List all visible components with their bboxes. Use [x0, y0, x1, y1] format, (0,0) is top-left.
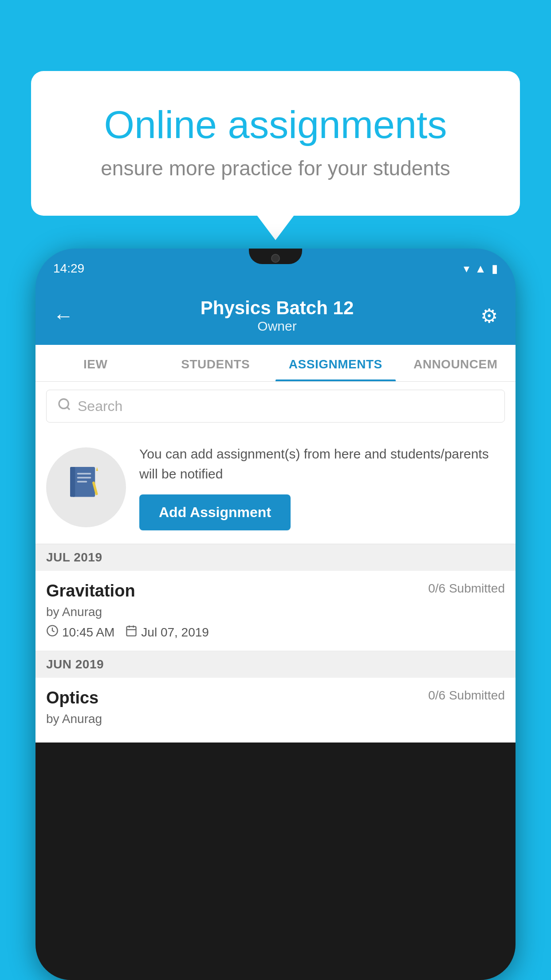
signal-icon: ▲ [475, 262, 486, 276]
svg-rect-6 [77, 481, 87, 482]
assignment-title-optics: Optics [46, 688, 98, 707]
table-row[interactable]: Optics 0/6 Submitted by Anurag [35, 678, 516, 743]
svg-point-0 [59, 399, 68, 408]
wifi-icon: ▾ [464, 262, 469, 276]
search-bar: Search [35, 382, 516, 431]
header-subtitle: Owner [201, 319, 354, 334]
promo-section: You can add assignment(s) from here and … [35, 431, 516, 544]
promo-text: You can add assignment(s) from here and … [139, 444, 505, 484]
tab-assignments[interactable]: ASSIGNMENTS [276, 345, 396, 381]
back-button[interactable]: ← [53, 304, 74, 328]
search-input-container[interactable]: Search [46, 390, 505, 423]
tabs-bar: IEW STUDENTS ASSIGNMENTS ANNOUNCEM [35, 345, 516, 382]
settings-icon[interactable]: ⚙ [480, 304, 498, 327]
assignment-top: Gravitation 0/6 Submitted [46, 581, 505, 601]
clock-icon [46, 624, 59, 640]
table-row[interactable]: Gravitation 0/6 Submitted by Anurag 10:4… [35, 571, 516, 651]
meta-time-gravitation: 10:45 AM [46, 624, 114, 640]
app-header: ← Physics Batch 12 Owner ⚙ [35, 288, 516, 345]
header-title: Physics Batch 12 [201, 297, 354, 319]
assignment-title-gravitation: Gravitation [46, 581, 135, 601]
phone-screen: IEW STUDENTS ASSIGNMENTS ANNOUNCEM [35, 345, 516, 743]
search-placeholder: Search [78, 398, 122, 415]
svg-line-1 [67, 407, 70, 410]
assignment-meta-gravitation: 10:45 AM Jul 07, 2019 [46, 624, 505, 640]
phone-frame: 14:29 ▾ ▲ ▮ ← Physics Batch 12 Owner ⚙ I… [35, 249, 516, 980]
section-header-jun: JUN 2019 [35, 651, 516, 678]
search-icon [57, 397, 71, 415]
add-assignment-button[interactable]: Add Assignment [139, 494, 291, 530]
svg-rect-4 [77, 473, 91, 474]
battery-icon: ▮ [492, 262, 498, 276]
section-header-jul: JUL 2019 [35, 544, 516, 571]
phone-notch [249, 249, 302, 264]
notebook-icon [66, 463, 106, 511]
speech-bubble: Online assignments ensure more practice … [31, 71, 520, 216]
svg-rect-5 [77, 477, 91, 478]
tab-students[interactable]: STUDENTS [156, 345, 276, 381]
assignment-submitted-gravitation: 0/6 Submitted [428, 581, 505, 596]
speech-bubble-container: Online assignments ensure more practice … [31, 71, 520, 216]
speech-bubble-subtitle: ensure more practice for your students [67, 156, 484, 180]
svg-marker-8 [96, 467, 98, 471]
tab-iew[interactable]: IEW [35, 345, 156, 381]
tab-announcements[interactable]: ANNOUNCEM [396, 345, 516, 381]
speech-bubble-title: Online assignments [67, 102, 484, 147]
assignment-author-optics: by Anurag [46, 712, 505, 726]
status-bar: 14:29 ▾ ▲ ▮ [35, 249, 516, 288]
meta-date-gravitation: Jul 07, 2019 [125, 624, 209, 640]
calendar-icon [125, 624, 138, 640]
promo-content: You can add assignment(s) from here and … [139, 444, 505, 530]
status-icons: ▾ ▲ ▮ [464, 262, 498, 276]
svg-rect-10 [127, 627, 136, 636]
header-center: Physics Batch 12 Owner [201, 297, 354, 334]
assignment-author-gravitation: by Anurag [46, 605, 505, 619]
svg-rect-3 [70, 467, 75, 497]
status-time: 14:29 [53, 261, 84, 276]
promo-icon-circle [46, 447, 126, 527]
assignment-top-optics: Optics 0/6 Submitted [46, 688, 505, 707]
phone-camera [271, 254, 280, 263]
assignment-submitted-optics: 0/6 Submitted [428, 688, 505, 703]
